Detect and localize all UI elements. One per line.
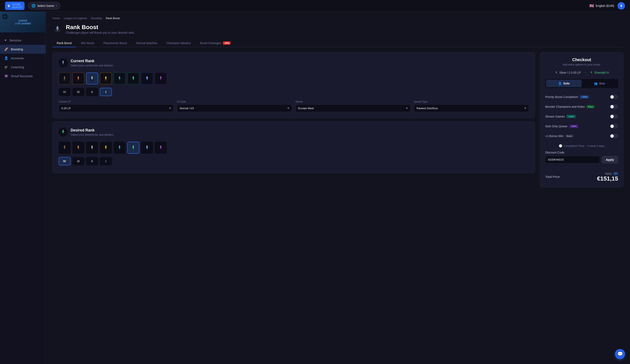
sidebar-item-smurf[interactable]: 👾 Smurf Accounts [0,72,46,80]
rank-icon-platinum[interactable] [114,72,126,84]
smurf-icon: 👾 [4,74,8,78]
option-solo-queue: Solo Only Queue +20% [545,122,618,131]
division-ii[interactable]: II [86,88,98,96]
apply-button[interactable]: Apply [602,156,618,164]
current-lp-group: Current LP 0-20 LP 21-40 LP 41-60 LP 61-… [58,100,174,112]
back-icon: ← [4,15,6,18]
from-rank-icon [554,71,558,74]
tab-placements[interactable]: Placements Boost [99,39,131,47]
breadcrumb-current: Rank Boost [106,17,120,20]
division-iv[interactable]: IV [58,88,70,96]
breadcrumb-boosting[interactable]: Boosting [91,17,102,20]
toggle-thumb5 [610,134,614,138]
desired-rank-bronze[interactable] [72,142,84,154]
server-label: Server [296,100,410,103]
priority-toggle[interactable] [610,95,618,99]
select-game-button[interactable]: 🌐 Select Game ▾ [28,2,60,9]
stream-badge: +15% [566,115,576,118]
rank-icon-iron[interactable] [58,72,70,84]
sidebar-item-accounts[interactable]: 👤 Accounts [0,54,46,63]
solo-mode-button[interactable]: 👤 Solo [546,80,582,87]
tab-boost-packages[interactable]: Boost Packages -30% [196,39,235,47]
breadcrumb-home[interactable]: Home [52,17,60,20]
price-right: €211 ? €151,15 [597,171,618,182]
priority-badge: +25% [580,95,589,99]
services-icon: ✦ [4,38,7,42]
rank-icon-master[interactable] [155,72,167,84]
old-price-value: €211 [605,172,612,175]
division-iii[interactable]: III [72,88,84,96]
rank-icon-silver[interactable] [86,72,98,84]
option-bonus-win: +1 Bonus Win Auto [545,131,618,141]
tab-rank-boost[interactable]: Rank Boost [52,39,76,47]
breadcrumb-sep2: › [89,17,90,19]
desired-rank-icons-row [58,142,529,154]
chat-button[interactable]: 💬 [615,349,625,359]
topnav-right: 🇬🇧 English (EUR) ♛ [590,2,625,9]
sidebar-game-logo: LEAGUE of OF LEGENDS [15,19,31,25]
tab-win-boost[interactable]: Win Boost [77,39,98,47]
language-selector[interactable]: 🇬🇧 English (EUR) [590,3,614,8]
toggle-track5 [610,134,618,138]
desired-rank-iron[interactable] [58,142,70,154]
breadcrumb-lol[interactable]: League of Legends [64,17,87,20]
desired-div-iii[interactable]: III [72,157,84,165]
checkout-subtitle: Add extra options to your boost. [545,63,618,66]
desired-rank-icon [58,128,68,137]
desired-div-iv[interactable]: IV [58,157,70,165]
main-content: Home › League of Legends › Boosting › Ra… [46,12,630,364]
stream-toggle[interactable] [610,114,618,119]
tab-normal-matches[interactable]: Normal Matches [132,39,162,47]
bonus-win-badge: Auto [565,134,574,138]
booster-toggle[interactable] [610,104,618,109]
user-avatar[interactable]: ♛ [618,2,625,9]
tab-champion-mastery[interactable]: Champion Mastery [162,39,195,47]
sidebar-item-label: Services [10,38,22,42]
svg-point-3 [64,76,65,78]
desired-rank-platinum[interactable] [114,142,126,154]
server-select[interactable]: Europe West Europe Nordic North America … [296,104,410,112]
current-lp-select[interactable]: 0-20 LP 21-40 LP 41-60 LP 61-80 LP 81-99… [58,104,174,112]
sidebar-item-label: Accounts [11,56,24,60]
solo-queue-badge: +20% [569,125,578,128]
sidebar-item-label: Smurf Accounts [11,74,33,78]
rank-icon-diamond[interactable] [141,72,153,84]
discount-input[interactable] [545,156,600,164]
back-button[interactable]: ← [2,14,8,19]
option-stream-label: Stream Games +15% [545,115,576,118]
duo-mode-button[interactable]: 👥 Duo [582,80,617,87]
queue-type-select[interactable]: Ranked Solo/Duo Ranked Flex [414,104,529,112]
sidebar-item-coaching[interactable]: 🎓 Coaching [0,63,46,72]
topnav: ♛ GAMEBOOST 🌐 Select Game ▾ 🇬🇧 English (… [0,0,630,12]
desired-rank-diamond[interactable] [141,142,153,154]
division-i[interactable]: I [100,88,112,96]
rank-progression: Silver I | 0-20 LP → Emerald IV [545,70,618,75]
discount-input-row: Apply [545,156,618,164]
sidebar-item-services[interactable]: ✦ Services [0,36,46,45]
checkout-panel: Checkout Add extra options to your boost… [540,52,623,187]
desired-rank-emerald[interactable] [127,142,140,154]
logo[interactable]: ♛ GAMEBOOST [5,2,24,10]
coaching-icon: 🎓 [4,65,8,69]
desired-div-ii[interactable]: II [86,157,98,165]
rank-icon-bronze[interactable] [72,72,84,84]
rank-icon-gold[interactable] [100,72,112,84]
desired-rank-card-text: Desired Rank Select your desired tier an… [70,128,114,136]
total-price-label: Total Price [545,175,560,179]
rank-icon-emerald[interactable] [127,72,140,84]
desired-rank-silver[interactable] [86,142,98,154]
option-solo-queue-label: Solo Only Queue +20% [545,125,578,128]
crown-icon: ♛ [7,3,10,8]
bonus-win-toggle[interactable] [610,134,618,138]
desired-rank-gold[interactable] [100,142,112,154]
desired-rank-master[interactable] [155,142,167,154]
arrow-right-icon: → [583,70,587,75]
solo-queue-toggle[interactable] [610,124,618,129]
old-price-row: €211 ? [597,172,618,175]
lp-gain-select[interactable]: Normal +23 High +27 Very High +30 [177,104,292,112]
sidebar-item-boosting[interactable]: 🚀 Boosting [0,45,46,54]
desired-div-i[interactable]: I [100,157,112,165]
globe-icon: 🌐 [32,4,36,8]
current-rank-icon [58,58,68,67]
dropdowns-row: Current LP 0-20 LP 21-40 LP 41-60 LP 61-… [58,100,529,112]
